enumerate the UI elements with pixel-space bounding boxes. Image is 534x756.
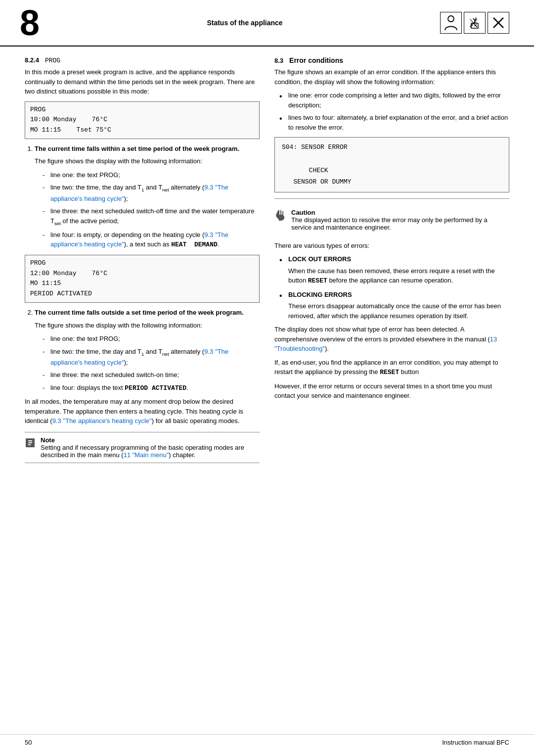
section-83-num: 8.3 [274,57,283,64]
subsection-824: 8.2.4 PROG [25,56,260,64]
caution-content: Caution The displayed action to resolve … [291,209,509,231]
lockout-errors-item: LOCK OUT ERRORS When the cause has been … [279,254,509,286]
caution-label: Caution [291,209,315,216]
display-box-1: PROG 10:00 Monday 76°C MO 11:15 Tset 75°… [25,101,260,139]
caution-icon [274,209,286,224]
settings-icon: ⚔ ┆ [464,12,486,34]
link-9-3-c[interactable]: 9.3 "The appliance's heating cycle" [50,348,228,366]
closing-text-2: If, as end-user, you find the appliance … [274,358,509,378]
item1-intro: The figure shows the display with the fo… [35,156,260,166]
error-line2 [282,153,502,164]
note-content: Note Setting and if necessary programmin… [41,436,260,459]
item2-intro: The figure shows the display with the fo… [35,321,260,331]
lockout-errors-label: LOCK OUT ERRORS [288,255,351,263]
main-content: 8.2.4 PROG In this mode a preset week pr… [0,56,534,469]
link-13[interactable]: 13 "Troubleshooting" [274,335,497,353]
error-display-box: S04: SENSOR ERROR CHECK SENSOR OR DUMMY [274,137,509,192]
numbered-list-2: The current time falls outside a set tim… [25,308,260,393]
error-bullet-list: line one: error code comprising a letter… [274,91,509,132]
item2-bullets: line one: the text PROG; line two: the t… [35,334,260,393]
note-icon [25,437,36,451]
lockout-errors-desc: When the cause has been removed, these e… [288,266,509,286]
display2-line1: PROG [30,258,254,269]
link-11[interactable]: 11 "Main menu" [124,451,169,459]
display-box-2: PROG 12:00 Monday 76°C MO 11:15 PERIOD A… [25,255,260,303]
display1-line2: 10:00 Monday 76°C [30,115,254,125]
closing-text: In all modes, the temperature may at any… [25,397,260,426]
right-column: 8.3 Error conditions The figure shows an… [274,56,509,469]
page-number: 50 [25,739,32,746]
error-line1: S04: SENSOR ERROR [282,142,502,153]
section-83-heading: 8.3 Error conditions [274,56,509,64]
bullet-item: line three: the next scheduled switch-on… [43,370,260,380]
blocking-errors-desc: These errors disappear automatically onc… [288,301,509,321]
manual-title: Instruction manual BFC [442,739,509,746]
chapter-number: 8 [20,5,40,41]
closing-text-3: However, if the error returns or occurs … [274,381,509,401]
left-column: 8.2.4 PROG In this mode a preset week pr… [25,56,260,469]
intro-text: In this mode a preset week program is ac… [25,67,260,96]
display1-line1: PROG [30,105,254,115]
note-label: Note [41,436,55,444]
error-bullet-2: lines two to four: alternately, a brief … [279,113,509,132]
person-icon [440,12,462,34]
blocking-errors-label: BLOCKING ERRORS [288,291,352,298]
page-header: 8 Status of the appliance ⚔ ┆ [0,0,534,47]
caution-box: Caution The displayed action to resolve … [274,205,509,235]
svg-rect-10 [28,440,32,441]
error-intro: The figure shows an example of an error … [274,67,509,87]
bullet-item: line one: the text PROG; [43,170,260,180]
subsection-num-824: 8.2.4 [25,56,39,64]
list-item-1: The current time falls within a set time… [35,144,260,250]
note-box: Note Setting and if necessary programmin… [25,432,260,463]
error-bullet-1: line one: error code comprising a letter… [279,91,509,110]
link-9-3-a[interactable]: 9.3 "The appliance's heating cycle" [50,184,228,202]
header-title: Status of the appliance [49,19,440,27]
divider [274,198,509,199]
svg-point-0 [448,16,454,22]
bullet-item: line four: displays the text PERIOD ACTI… [43,383,260,393]
svg-rect-12 [28,444,31,445]
error-line3: CHECK [282,165,502,176]
svg-rect-11 [28,442,32,443]
bullet-item: line three: the next scheduled switch-of… [43,206,260,227]
display2-line2: 12:00 Monday 76°C [30,269,254,279]
numbered-list: The current time falls within a set time… [25,144,260,250]
errors-intro: There are various types of errors: [274,241,509,251]
caution-text: The displayed action to resolve the erro… [291,216,488,231]
display2-line4: PERIOD ACTIVATED [30,289,254,299]
bullet-item: line one: the text PROG; [43,334,260,344]
page-footer: 50 Instruction manual BFC [0,734,534,746]
bullet-item: line four: is empty, or depending on the… [43,230,260,250]
subsection-title-824: PROG [45,57,60,64]
error-line4: SENSOR OR DUMMY [282,176,502,188]
bullet-item: line two: the time, the day and T1 and T… [43,183,260,203]
section-83-title: Error conditions [289,56,343,64]
error-types-list: LOCK OUT ERRORS When the cause has been … [274,254,509,321]
display1-line3: MO 11:15 Tset 75°C [30,125,254,136]
closing-text-1: The display does not show what type of e… [274,325,509,354]
item2-heading: The current time falls outside a set tim… [35,309,244,316]
blocking-errors-item: BLOCKING ERRORS These errors disappear a… [279,290,509,321]
close-icon [488,12,509,34]
item1-bullets: line one: the text PROG; line two: the t… [35,170,260,250]
item1-heading: The current time falls within a set time… [35,145,239,152]
list-item-2: The current time falls outside a set tim… [35,308,260,393]
display2-line3: MO 11:15 [30,279,254,289]
note-text: Setting and if necessary programming of … [41,444,244,459]
bullet-item: line two: the time, the day and T1 and T… [43,347,260,368]
header-icons: ⚔ ┆ [440,12,509,34]
link-9-3-d[interactable]: 9.3 "The appliance's heating cycle" [52,417,152,425]
